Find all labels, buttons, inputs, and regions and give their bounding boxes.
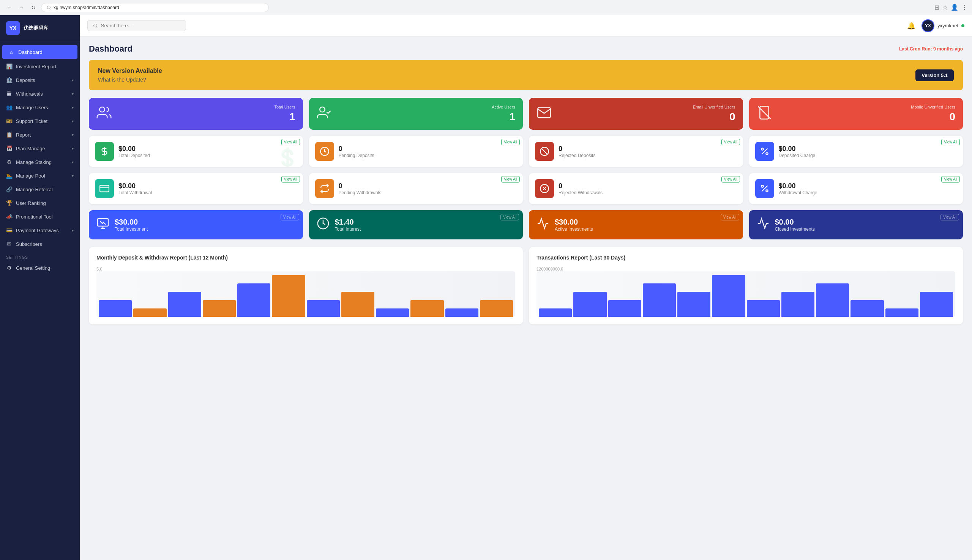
rejected-withdrawals-card[interactable]: 0 Rejected Withdrawals View All — [529, 173, 743, 204]
bar-9 — [376, 308, 409, 317]
sidebar-item-manage-pool[interactable]: 🏊 Manage Pool ▾ — [0, 169, 80, 182]
withdrawal-stats-grid: $0.00 Total Withdrawal View All 0 Pendin… — [89, 173, 963, 204]
deposited-charge-view-all[interactable]: View All — [941, 139, 960, 145]
charts-row: Monthly Deposit & Withdraw Report (Last … — [89, 247, 963, 324]
nav-label-investment-report: Investment Report — [16, 64, 56, 70]
status-dot — [961, 24, 964, 27]
sidebar-item-withdrawals[interactable]: 🏛 Withdrawals ▾ — [0, 87, 80, 100]
pending-deposits-view-all[interactable]: View All — [501, 139, 520, 145]
pending-withdrawals-view-all[interactable]: View All — [501, 176, 520, 182]
rejected-deposits-view-all[interactable]: View All — [721, 139, 740, 145]
deposited-charge-card[interactable]: $0.00 Deposited Charge View All — [749, 136, 963, 167]
active-investments-view-all[interactable]: View All — [721, 214, 739, 220]
back-button[interactable]: ← — [5, 3, 14, 12]
rejected-deposits-card[interactable]: 0 Rejected Deposits View All — [529, 136, 743, 167]
nav-label-user-ranking: User Ranking — [16, 200, 46, 206]
rejected-deposits-icon — [535, 142, 554, 161]
chevron-down-icon: ▾ — [72, 174, 73, 178]
menu-icon[interactable]: ⋮ — [961, 4, 967, 11]
sidebar-item-payment-gateways[interactable]: 💳 Payment Gateways ▾ — [0, 223, 80, 237]
withdraw-icon: 🏛 — [6, 91, 12, 97]
settings-section-title: SETTINGS — [0, 251, 80, 261]
ticket-icon: 🎫 — [6, 118, 12, 124]
total-deposited-label: Total Deposited — [119, 153, 150, 158]
avatar-circle: YX — [922, 19, 934, 32]
total-withdrawal-view-all[interactable]: View All — [281, 176, 300, 182]
url-bar[interactable]: xg.hwym.shop/admin/dashboard — [41, 3, 269, 12]
total-interest-card[interactable]: $1.40 Total Interest View All — [309, 210, 523, 239]
nav-label-support-ticket: Support Ticket — [16, 118, 47, 124]
forward-button[interactable]: → — [17, 3, 26, 12]
active-investments-amount: $30.00 — [555, 218, 593, 227]
total-withdrawal-info: $0.00 Total Withdrawal — [119, 182, 152, 195]
withdrawal-charge-view-all[interactable]: View All — [941, 176, 960, 182]
svg-line-8 — [541, 148, 547, 154]
bar-2 — [133, 308, 166, 317]
total-users-info: Total Users 1 — [274, 105, 295, 123]
bg-icon: 💲 — [276, 147, 299, 167]
total-deposited-card[interactable]: $0.00 Total Deposited View All 💲 — [89, 136, 303, 167]
main-content: Dashboard Last Cron Run: 9 months ago Ne… — [80, 37, 972, 560]
chevron-down-icon: ▾ — [72, 133, 73, 137]
withdrawal-charge-card[interactable]: $0.00 Withdrawal Charge View All — [749, 173, 963, 204]
refresh-button[interactable]: ↻ — [29, 3, 38, 12]
search-box[interactable] — [87, 20, 186, 31]
pending-withdrawals-card[interactable]: 0 Pending Withdrawals View All — [309, 173, 523, 204]
sidebar-item-plan-manage[interactable]: 📅 Plan Manage ▾ — [0, 142, 80, 155]
sidebar-item-user-ranking[interactable]: 🏆 User Ranking — [0, 196, 80, 210]
sidebar-item-manage-staking[interactable]: ♻ Manage Staking ▾ — [0, 155, 80, 169]
email-unverified-label: Email Unverified Users — [693, 105, 735, 109]
total-interest-amount: $1.40 — [335, 218, 361, 227]
sidebar-item-investment-report[interactable]: 📊 Investment Report — [0, 60, 80, 73]
report-icon: 📋 — [6, 132, 12, 138]
logo-icon: YX — [6, 21, 20, 35]
total-investment-view-all[interactable]: View All — [281, 214, 299, 220]
email-unverified-card[interactable]: Email Unverified Users 0 — [529, 98, 743, 130]
sidebar-item-support-ticket[interactable]: 🎫 Support Ticket ▾ — [0, 114, 80, 128]
bar-11 — [445, 308, 478, 317]
deposit-chart-y-label: 5.0 — [97, 267, 515, 271]
total-users-card[interactable]: Total Users 1 — [89, 98, 303, 130]
bar-8 — [341, 292, 374, 317]
total-withdrawal-card[interactable]: $0.00 Total Withdrawal View All — [89, 173, 303, 204]
staking-icon: ♻ — [6, 159, 12, 165]
user-avatar[interactable]: YX yxymknet — [922, 19, 964, 32]
total-withdrawal-label: Total Withdrawal — [119, 190, 152, 195]
user-stats-grid: Total Users 1 Active Users 1 — [89, 98, 963, 130]
mobile-stat-icon — [757, 105, 772, 123]
sidebar-item-promotional-tool[interactable]: 📣 Promotional Tool — [0, 210, 80, 223]
sidebar-item-manage-users[interactable]: 👥 Manage Users ▾ — [0, 100, 80, 114]
mobile-unverified-card[interactable]: Mobile Unverified Users 0 — [749, 98, 963, 130]
total-investment-label: Total Investment — [115, 227, 148, 232]
svg-point-0 — [47, 6, 50, 9]
svg-line-9 — [762, 148, 767, 154]
sidebar-item-manage-referral[interactable]: 🔗 Manage Referral — [0, 182, 80, 196]
active-investments-card[interactable]: $30.00 Active Investments View All — [529, 210, 743, 239]
sidebar-item-report[interactable]: 📋 Report ▾ — [0, 128, 80, 142]
total-interest-view-all[interactable]: View All — [500, 214, 519, 220]
sidebar-item-subscribers[interactable]: ✉ Subscribers — [0, 237, 80, 251]
bookmark-icon[interactable]: ☆ — [942, 4, 948, 11]
sidebar-item-deposits[interactable]: 🏦 Deposits ▾ — [0, 73, 80, 87]
pending-deposits-card[interactable]: 0 Pending Deposits View All — [309, 136, 523, 167]
chevron-down-icon: ▾ — [72, 160, 73, 164]
rejected-withdrawals-view-all[interactable]: View All — [721, 176, 740, 182]
sidebar-item-general-setting[interactable]: ⚙ General Setting — [0, 261, 80, 275]
transactions-chart: Transactions Report (Last 30 Days) 12000… — [529, 247, 963, 324]
sidebar-item-dashboard[interactable]: ⌂ Dashboard — [2, 45, 77, 59]
total-deposited-view-all[interactable]: View All — [281, 139, 300, 145]
translate-icon[interactable]: ⊞ — [934, 4, 939, 11]
closed-investments-card[interactable]: $0.00 Closed Investments View All — [749, 210, 963, 239]
ranking-icon: 🏆 — [6, 200, 12, 206]
svg-point-10 — [761, 148, 763, 150]
total-investment-card[interactable]: $30.00 Total Investment View All — [89, 210, 303, 239]
active-users-card[interactable]: Active Users 1 — [309, 98, 523, 130]
pending-deposits-label: Pending Deposits — [339, 153, 374, 158]
notification-button[interactable]: 🔔 — [907, 22, 915, 30]
profile-icon[interactable]: 👤 — [951, 4, 958, 11]
t-bar-10 — [850, 300, 883, 317]
closed-investments-view-all[interactable]: View All — [940, 214, 959, 220]
search-input[interactable] — [101, 23, 180, 28]
nav-label-plan-manage: Plan Manage — [16, 146, 45, 152]
chevron-down-icon: ▾ — [72, 105, 73, 110]
